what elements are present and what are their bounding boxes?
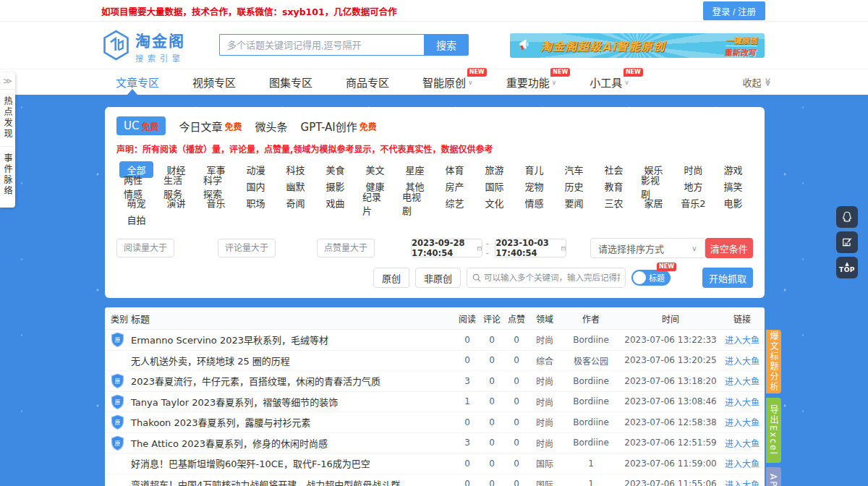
category-item[interactable]: 戏曲 [315,195,355,211]
date-start-input[interactable]: 2023-09-28 17:40:54 [411,239,482,257]
start-scrape-button[interactable]: 开始抓取 [702,268,753,288]
expand-panel-icon[interactable]: ≫ [0,72,15,90]
category-item[interactable]: 旅游 [475,161,514,178]
chevron-down-icon: ∨ [692,244,697,252]
category-item[interactable]: 幽默 [276,178,315,195]
read-count-input[interactable] [116,239,174,257]
publish-time: 2023-07-06 11:59:00 [621,459,720,469]
category-item[interactable]: 历史 [554,178,594,195]
category-label: 美食 [318,161,352,178]
source-tab-3[interactable]: GPT-AI创作免费 [301,119,377,134]
hot-title-analysis-tab[interactable]: 爆文标题分析 [766,330,781,393]
category-item[interactable]: 房产 [435,178,475,195]
category-item[interactable]: 摄影 [315,178,355,195]
ai-original-ad-banner[interactable]: 淘金阁超级Ai智能原创 一键原创 重新改写 [510,33,765,58]
category-item[interactable]: 社会 [594,161,634,178]
clear-filters-button[interactable]: 清空条件 [705,238,753,258]
category-item[interactable]: 音乐 [196,195,236,211]
category-item[interactable]: 时尚 [673,161,713,178]
enter-dayu-link[interactable]: 进入大鱼 [720,333,765,346]
category-item[interactable]: 搞笑 [713,178,753,195]
category-item[interactable]: 游戏 [713,161,753,178]
logo[interactable]: 淘金阁 搜索引擎 [103,29,185,64]
category-item[interactable]: 职场 [236,195,276,211]
comment-count-input[interactable] [218,239,276,257]
nav-item-1[interactable]: 视频专区 [192,74,236,90]
search-button[interactable]: 搜索 [424,34,469,56]
category-item[interactable]: 演讲 [156,195,196,211]
category-label: 汽车 [557,161,590,178]
nav-item-4[interactable]: 智能原创∨NEW [422,74,473,90]
category-item[interactable]: 萌宠 [116,195,156,211]
feedback-button[interactable] [836,231,858,253]
nav-item-0[interactable]: 文章专区 [116,74,159,90]
category-item[interactable]: 科技 [276,161,315,178]
svg-text:原: 原 [114,419,120,426]
enter-dayu-link[interactable]: 进入大鱼 [720,457,765,469]
category-label: 音乐2 [673,195,712,211]
category-item[interactable]: 地方 [673,178,713,195]
date-end-input[interactable]: 2023-10-03 17:40:54 [495,239,566,257]
keyword-input[interactable] [484,273,620,282]
source-tab-1[interactable]: 今日文章免费 [179,119,242,134]
nav-item-2[interactable]: 图集专区 [269,74,312,90]
category-item[interactable]: 奇闻 [276,195,315,211]
category-item[interactable]: 育儿 [514,161,554,178]
category-item[interactable]: 星座 [395,161,435,178]
like-count-input[interactable] [317,239,375,257]
category-item[interactable]: 三农 [594,195,634,211]
search-input[interactable] [219,34,424,56]
category-item[interactable]: 体育 [435,161,475,178]
sort-select[interactable]: 请选择排序方式 ∨ [590,238,705,258]
enter-dayu-link[interactable]: 进入大鱼 [720,416,765,428]
category-item[interactable]: 综艺 [435,195,475,211]
export-excel-tab[interactable]: 导出Excel [766,398,781,463]
nav-item-5[interactable]: 重要功能∨NEW [506,74,557,90]
non-original-filter-button[interactable]: 非原创 [415,268,461,288]
category-item[interactable]: 动漫 [236,161,276,178]
category-item[interactable]: 纪录片 [355,195,395,211]
category-item[interactable]: 宠物 [514,178,554,195]
left-panel-tab-0[interactable]: 热点发现 [1,90,14,146]
category-item[interactable]: 自拍 [116,211,156,228]
category-item[interactable]: 汽车 [554,161,594,178]
login-register-button[interactable]: 登录 / 注册 [703,1,765,20]
api-demand-tab[interactable]: API需求 [766,467,781,486]
category-item[interactable]: 音乐2 [673,195,713,211]
enter-dayu-link[interactable]: 进入大鱼 [720,396,765,408]
enter-dayu-link[interactable]: 进入大鱼 [720,354,765,367]
category-item[interactable]: 国内 [236,178,276,195]
category-item[interactable]: 生活服务 [156,178,196,195]
author-name: Bordiine [561,376,621,386]
category-item[interactable]: 影视剧 [634,178,673,195]
category-item[interactable]: 美文 [355,161,395,178]
category-item[interactable]: 电视剧 [395,195,435,211]
category-item[interactable]: 家居 [634,195,673,211]
category-item[interactable]: 国际 [475,178,514,195]
nav-item-3[interactable]: 商品专区 [346,74,389,90]
category-item[interactable]: 美食 [315,161,355,178]
source-tab-0[interactable]: UC免费 [116,116,166,135]
source-tab-2[interactable]: 微头条 [255,119,288,134]
category-item[interactable]: 科学探索 [196,178,236,195]
category-item[interactable]: 教育 [594,178,634,195]
nav-item-6[interactable]: 小工具∨NEW [590,74,629,90]
left-panel-tab-1[interactable]: 事件脉络 [1,146,14,203]
enter-dayu-link[interactable]: 进入大鱼 [720,478,765,486]
title-search-toggle[interactable]: 标题 NEW [631,270,671,286]
enter-dayu-link[interactable]: 进入大鱼 [720,375,765,387]
date-end-value: 2023-10-03 17:40:54 [495,238,560,258]
category-item[interactable]: 两性情感 [116,178,156,195]
collapse-button[interactable]: 收起 ≫ [742,69,773,95]
category-item[interactable]: 电影 [713,195,753,211]
back-to-top-button[interactable]: ▲ TOP [836,257,858,278]
category-label: 育儿 [517,161,550,178]
author-name: 1 [561,459,621,469]
publish-time: 2023-07-06 13:22:33 [621,335,720,345]
category-item[interactable]: 文化 [475,195,514,211]
category-item[interactable]: 要闻 [554,195,594,211]
enter-dayu-link[interactable]: 进入大鱼 [720,437,765,449]
category-item[interactable]: 情感 [514,195,554,211]
qq-contact-button[interactable] [836,206,858,228]
original-filter-button[interactable]: 原创 [373,268,409,288]
